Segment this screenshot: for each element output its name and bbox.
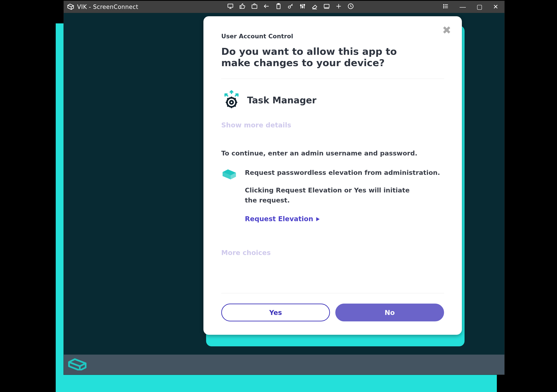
instruction-text: To continue, enter an admin username and… — [221, 149, 444, 157]
no-button[interactable]: No — [335, 303, 444, 321]
eraser-icon[interactable] — [311, 3, 318, 11]
close-button[interactable]: ✕ — [493, 4, 498, 10]
dialog-button-row: Yes No — [221, 293, 444, 321]
app-row: Task Manager — [221, 90, 444, 111]
thumb-up-icon[interactable] — [239, 3, 246, 11]
yes-button[interactable]: Yes — [221, 303, 330, 321]
svg-point-14 — [230, 101, 233, 104]
svg-point-12 — [443, 8, 444, 8]
minimize-button[interactable]: — — [460, 4, 466, 10]
maximize-button[interactable]: ▢ — [476, 4, 482, 10]
task-manager-icon — [221, 90, 242, 111]
elevation-block: Request passwordless elevation from admi… — [221, 168, 444, 224]
taskbar[interactable] — [64, 355, 504, 375]
briefcase-icon[interactable] — [251, 3, 258, 11]
monitor-icon[interactable] — [227, 3, 234, 11]
arrow-left-icon[interactable] — [263, 3, 270, 11]
list-icon[interactable] — [443, 3, 449, 11]
taskbar-app-icon[interactable] — [67, 358, 87, 371]
dialog-headline: Do you want to allow this app to make ch… — [221, 46, 404, 68]
key-icon[interactable] — [287, 3, 294, 11]
more-choices-link[interactable]: More choices — [221, 249, 444, 257]
svg-rect-1 — [252, 5, 257, 8]
show-more-details-link[interactable]: Show more details — [221, 121, 444, 129]
screenconnect-brand-icon — [221, 168, 237, 224]
request-elevation-label: Request Elevation — [245, 214, 313, 224]
elevation-line-2: Clicking Request Elevation or Yes will i… — [245, 185, 419, 205]
play-triangle-icon — [316, 214, 320, 224]
uac-dialog: ✖ User Account Control Do you want to al… — [203, 16, 462, 335]
elevation-line-1: Request passwordless elevation from admi… — [245, 168, 440, 178]
display-icon[interactable] — [323, 3, 330, 11]
app-logo-icon — [67, 3, 74, 11]
svg-point-11 — [443, 6, 444, 7]
svg-point-10 — [443, 4, 444, 5]
toolbar — [141, 3, 440, 11]
svg-rect-8 — [324, 4, 329, 8]
window-controls: — ▢ ✕ — [460, 4, 502, 10]
clock-icon[interactable] — [347, 3, 354, 11]
svg-point-6 — [302, 7, 303, 8]
titlebar[interactable]: VIK - ScreenConnect — ▢ ✕ — [64, 1, 504, 13]
divider — [221, 79, 444, 79]
window-title: VIK - ScreenConnect — [77, 4, 138, 10]
dialog-close-icon[interactable]: ✖ — [442, 25, 451, 35]
svg-point-5 — [300, 5, 302, 6]
svg-point-13 — [227, 98, 236, 107]
clipboard-icon[interactable] — [275, 3, 282, 11]
app-name: Task Manager — [247, 95, 316, 105]
sliders-icon[interactable] — [299, 3, 306, 11]
svg-point-7 — [304, 4, 305, 5]
plus-icon[interactable] — [335, 3, 342, 11]
request-elevation-link[interactable]: Request Elevation — [245, 214, 320, 224]
svg-rect-0 — [228, 4, 233, 7]
svg-point-4 — [288, 6, 291, 8]
dialog-eyebrow: User Account Control — [221, 33, 444, 40]
